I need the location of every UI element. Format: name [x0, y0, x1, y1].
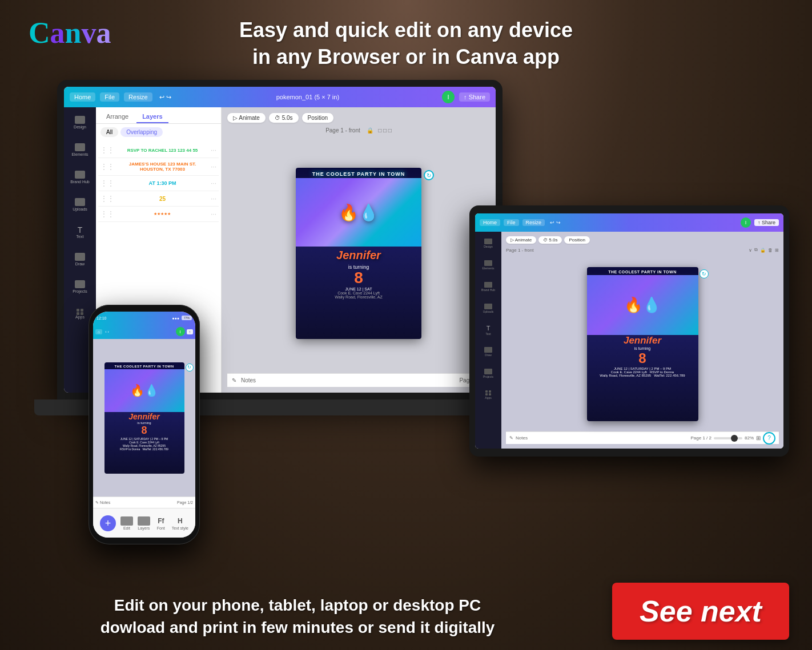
refresh-btn-laptop[interactable]: ↻ — [424, 170, 434, 180]
phone-edit-btn[interactable]: Edit — [120, 516, 133, 530]
tablet-invitation-card: THE COOLEST PARTY IN TOWN 🔥💧 Jennifer is… — [587, 267, 698, 421]
tablet-design-icon[interactable]: Design — [480, 235, 497, 251]
font-label: Font — [157, 526, 165, 530]
draw-label: Draw — [485, 353, 492, 357]
position-btn-laptop[interactable]: Position — [302, 113, 334, 123]
phone-card-wrapper: THE COOLEST PARTY IN TOWN 🔥💧 Jennifer is… — [104, 362, 184, 474]
phone-card-image: 🔥💧 — [104, 369, 184, 412]
menu-btn-4[interactable]: ··· — [211, 195, 216, 203]
phone-refresh-btn[interactable]: ↻ — [186, 364, 194, 372]
draw-shape — [484, 347, 492, 353]
tablet-brand-icon[interactable]: Brand Hub — [480, 278, 497, 294]
phone-textstyle-btn[interactable]: H Text style — [172, 516, 188, 530]
projects-shape — [484, 369, 492, 374]
chevron-down-icon: ∨ — [749, 248, 752, 253]
panel-item-address[interactable]: ⋮⋮ JAMES'S HOUSE 123 MAIN ST. HOUSTON, T… — [98, 158, 219, 176]
tablet-canvas: ▷ Animate ⏱ 5.0s Position Page 1 - front… — [501, 232, 783, 449]
phone-bottombar: + Edit Layers Ff Font H Text style — [93, 508, 195, 538]
tablet-position-btn[interactable]: Position — [564, 236, 589, 244]
apps-label: Apps — [485, 396, 491, 399]
tablet-draw-icon[interactable]: Draw — [480, 344, 497, 360]
tablet-resize-btn[interactable]: Resize — [522, 219, 545, 226]
battery-icon: 77% — [182, 316, 192, 320]
phone-card-details: JUNE 12 | SATURDAY | 2 PM – 9 PM Cook E.… — [104, 437, 184, 451]
animate-btn-laptop[interactable]: ▷ Animate — [227, 113, 266, 123]
phone-share-btn[interactable]: ↑ — [187, 329, 194, 334]
menu-btn-5[interactable]: ··· — [211, 210, 216, 218]
tablet-uploads-icon[interactable]: Uploads — [480, 300, 497, 316]
tablet-apps-icon[interactable]: Apps — [480, 387, 497, 403]
layers-label: Layers — [138, 526, 150, 530]
layers-tab[interactable]: Layers — [136, 111, 168, 123]
menu-btn-3[interactable]: ··· — [211, 179, 216, 187]
sidebar-projects-icon[interactable]: Projects — [70, 276, 90, 297]
canva-topbar-laptop: Home File Resize ↩ ↪ pokemon_01 (5 × 7 i… — [64, 87, 496, 107]
phone-layers-btn[interactable]: Layers — [138, 516, 150, 530]
phone-topbar: 12:10 ●●● 77% — [93, 312, 195, 324]
canvas-toolbar-laptop: ▷ Animate ⏱ 5.0s Position — [227, 113, 490, 123]
tablet-refresh-btn[interactable]: ↻ — [700, 269, 709, 278]
uploads-label: Uploads — [483, 310, 493, 313]
panel-item-rsvp[interactable]: ⋮⋮ RSVP TO RACHEL 123 123 44 55 ··· — [98, 143, 219, 158]
phone-user-avatar: I — [176, 327, 185, 336]
tablet-notes: ✎ Notes Page 1 / 2 82% ⊞ ? — [506, 431, 779, 444]
tablet-zoom-slider[interactable] — [714, 437, 742, 439]
phone-canva-topbar: ⌂ ‹ › I ↑ — [93, 324, 195, 339]
see-next-button[interactable]: See next — [612, 583, 789, 640]
sidebar-brand-icon[interactable]: Brand Hub — [70, 167, 90, 187]
tablet-share-btn[interactable]: ↑ Share — [754, 219, 779, 226]
panel-item-number[interactable]: ⋮⋮ 25 ··· — [98, 191, 219, 207]
tablet-timer-btn[interactable]: ⏱ 5.0s — [538, 236, 562, 244]
sidebar-uploads-icon[interactable]: Uploads — [70, 194, 90, 215]
phone-home-btn[interactable]: ⌂ — [95, 329, 102, 334]
tablet-animate-btn[interactable]: ▷ Animate — [506, 236, 536, 244]
panel-item-time[interactable]: ⋮⋮ AT 1:30 PM ··· — [98, 176, 219, 191]
all-subtab[interactable]: All — [101, 127, 118, 137]
menu-btn-2[interactable]: ··· — [211, 163, 216, 171]
sidebar-elements-icon[interactable]: Elements — [70, 139, 90, 160]
tablet-notes-label: Notes — [516, 435, 528, 441]
elements-label: Elements — [483, 267, 495, 270]
overlapping-subtab[interactable]: Overlapping — [120, 127, 163, 137]
panel-item-extra[interactable]: ⋮⋮ ★★★★★ ··· — [98, 207, 219, 222]
timer-btn-laptop[interactable]: ⏱ 5.0s — [269, 113, 299, 123]
header-section: Easy and quick edit on any device in any… — [0, 17, 812, 71]
tablet-text-icon[interactable]: T Text — [480, 322, 497, 338]
expand-icon: ⊞ — [775, 248, 779, 253]
phone-add-btn[interactable]: + — [100, 515, 116, 531]
footer-section: Edit on your phone, tablet, laptop or de… — [0, 594, 595, 639]
sidebar-apps-icon[interactable]: Apps — [70, 304, 90, 324]
menu-btn-1[interactable]: ··· — [211, 146, 216, 154]
tablet-projects-icon[interactable]: Projects — [480, 365, 497, 381]
tablet-main: Design Elements Brand Hub Uploads — [475, 232, 783, 449]
tablet-card-details: JUNE 12 | SATURDAY | 2 PM – 9 PM Cook E.… — [587, 366, 698, 378]
panel-tabs-laptop: Arrange Layers — [96, 107, 221, 124]
phone-page-count: Page 1/2 — [177, 500, 193, 504]
resize-btn-laptop[interactable]: Resize — [124, 92, 152, 102]
sidebar-design-icon[interactable]: Design — [70, 112, 90, 132]
inv-image-laptop: 🔥💧 — [296, 178, 421, 247]
address-item-text: JAMES'S HOUSE 123 MAIN ST. HOUSTON, TX 7… — [118, 162, 207, 172]
tablet-card-image: 🔥💧 — [587, 275, 698, 335]
share-btn-laptop[interactable]: ↑ Share — [459, 92, 490, 102]
sidebar-draw-icon[interactable]: Draw — [70, 249, 90, 269]
arrange-tab[interactable]: Arrange — [101, 111, 134, 123]
inv-name-laptop: Jennifer — [296, 247, 421, 264]
sidebar-text-icon[interactable]: T Text — [70, 221, 90, 242]
canvas-notes-laptop: ✎ Notes Page 1 / 2 — [227, 373, 490, 387]
home-btn-laptop[interactable]: Home — [70, 92, 95, 102]
edit-label: Edit — [123, 526, 130, 530]
tablet-file-btn[interactable]: File — [504, 219, 519, 226]
tablet-elements-icon[interactable]: Elements — [480, 257, 497, 273]
lock-icon: 🔒 — [760, 248, 766, 253]
tablet-page-label: Page 1 - front — [506, 248, 533, 253]
tablet-circle-btn[interactable]: ? — [763, 432, 775, 445]
tablet-home-btn[interactable]: Home — [480, 219, 500, 226]
file-btn-laptop[interactable]: File — [100, 92, 119, 102]
phone-canvas-area: THE COOLEST PARTY IN TOWN 🔥💧 Jennifer is… — [93, 339, 195, 496]
tablet-card-age: 8 — [587, 350, 698, 366]
inv-age-laptop: 8 — [296, 270, 421, 286]
phone-font-btn[interactable]: Ff Font — [155, 516, 167, 530]
invitation-card-laptop: THE COOLEST PARTY IN TOWN 🔥💧 Jennifer is… — [296, 168, 421, 339]
elements-shape — [484, 260, 492, 266]
